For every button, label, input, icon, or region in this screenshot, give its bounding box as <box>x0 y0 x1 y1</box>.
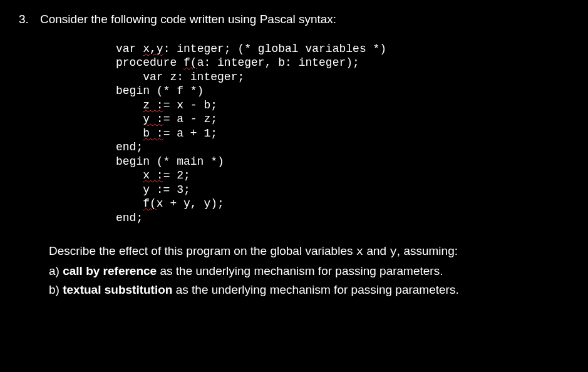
code-text-wavy: b : <box>143 127 163 140</box>
part-a-suffix: as the underlying mechanism for passing … <box>157 264 443 277</box>
code-text: = a - z; <box>163 113 217 125</box>
part-a-prefix: a) <box>49 264 63 277</box>
var-y: y <box>389 245 396 259</box>
code-text: procedure <box>116 56 183 69</box>
code-text: = x - b; <box>163 99 217 111</box>
code-text: : integer; (* global variables *) <box>163 43 386 55</box>
part-b-line: b) textual substitution as the underlyin… <box>49 281 557 299</box>
code-text-wavy: f( <box>183 56 197 69</box>
code-text: var <box>116 43 143 55</box>
code-text-wavy: z : <box>143 99 163 111</box>
code-line: f(x + y, y); <box>116 197 557 211</box>
part-b-bold: textual substitution <box>63 283 172 296</box>
and-word: and <box>363 244 389 257</box>
describe-text: Describe the effect of this program on t… <box>49 244 356 257</box>
part-a-bold: call by reference <box>63 264 157 277</box>
code-line: y := 3; <box>116 183 557 197</box>
code-text <box>116 169 143 182</box>
code-text: a: integer, b: integer); <box>197 56 359 69</box>
describe-line: Describe the effect of this program on t… <box>49 242 557 261</box>
question-prompt: Consider the following code written usin… <box>40 11 336 28</box>
code-text <box>116 99 143 111</box>
question-header: 3. Consider the following code written u… <box>19 11 557 28</box>
code-line: z := x - b; <box>116 98 557 113</box>
code-line: y := a - z; <box>116 112 557 127</box>
code-line: begin (* main *) <box>116 155 557 169</box>
code-line: procedure f(a: integer, b: integer); <box>116 56 557 70</box>
code-text-wavy: y : <box>143 113 163 125</box>
code-line: end; <box>116 211 557 225</box>
code-line: b := a + 1; <box>116 127 557 141</box>
code-block: var x,y: integer; (* global variables *)… <box>116 42 557 225</box>
code-text <box>116 127 143 140</box>
bottom-text: Describe the effect of this program on t… <box>49 242 557 299</box>
code-text: = 2; <box>163 169 190 182</box>
code-line: var z: integer; <box>116 70 557 85</box>
code-line: end; <box>116 140 557 155</box>
code-line: x := 2; <box>116 168 557 183</box>
describe-suffix: , assuming: <box>397 244 458 257</box>
question-number: 3. <box>19 11 31 28</box>
code-line: begin (* f *) <box>116 84 557 98</box>
part-b-suffix: as the underlying mechanism for passing … <box>172 283 458 296</box>
code-line: var x,y: integer; (* global variables *) <box>116 42 557 56</box>
part-b-prefix: b) <box>49 283 63 296</box>
code-text <box>116 113 143 125</box>
part-a-line: a) call by reference as the underlying m… <box>49 262 557 281</box>
code-text-wavy: x,y <box>143 43 163 55</box>
code-text-wavy: f( <box>143 197 157 210</box>
code-text <box>116 197 143 210</box>
code-text: x + y, y); <box>157 197 224 210</box>
code-text: = a + 1; <box>163 127 217 140</box>
var-x: x <box>356 245 363 259</box>
code-text-wavy: x : <box>143 169 163 182</box>
